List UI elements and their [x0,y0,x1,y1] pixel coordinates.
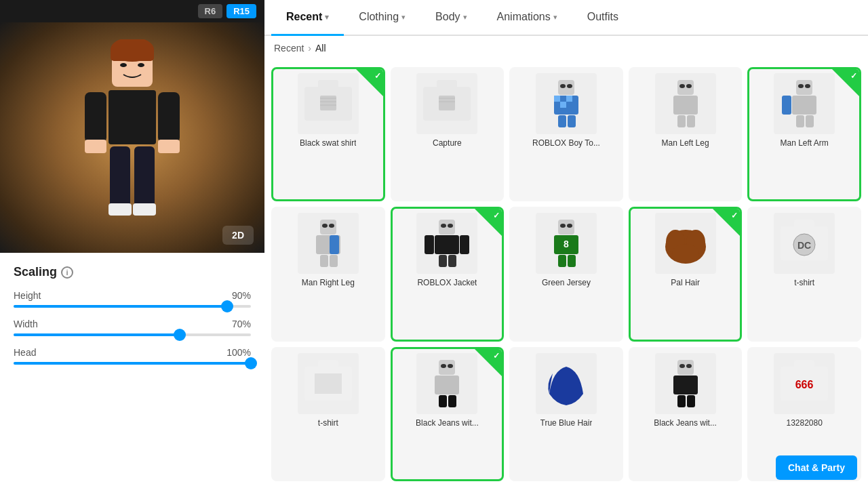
list-item[interactable]: True Blue Hair [509,347,623,481]
svg-rect-21 [437,80,457,94]
list-item[interactable]: 8 Green Jersey [509,207,623,341]
list-item[interactable]: DC t-shirt [747,207,861,341]
svg-rect-63 [439,255,447,267]
item-thumbnail [774,73,835,134]
list-item[interactable]: ✓ Black Jeans wit... [391,347,505,481]
height-label: Height [14,290,41,301]
item-label: Man Left Arm [781,138,829,149]
version-selector: R6 R15 [0,0,264,22]
svg-point-85 [448,364,453,368]
breadcrumb-all[interactable]: All [315,43,326,54]
tab-animations[interactable]: Animations ▾ [482,0,572,36]
head-value: 100% [226,347,251,358]
tab-outfits[interactable]: Outfits [572,0,633,36]
svg-rect-82 [315,373,342,394]
svg-rect-25 [558,80,574,95]
item-label: t-shirt [794,278,814,289]
svg-point-84 [441,364,446,368]
svg-rect-65 [558,220,574,235]
right-panel: Recent ▾ Clothing ▾ Body ▾ Animations ▾ … [264,0,868,488]
clothing-caret: ▾ [401,13,406,22]
svg-rect-64 [448,255,456,267]
svg-rect-71 [568,255,576,267]
item-label: Black Jeans wit... [416,418,479,429]
height-value: 90% [232,290,251,301]
svg-point-59 [448,224,453,228]
width-thumb[interactable] [174,329,186,341]
head-thumb[interactable] [245,357,257,369]
svg-point-52 [329,224,334,228]
svg-rect-29 [554,96,560,102]
item-thumbnail [298,73,359,134]
height-track[interactable] [14,305,251,308]
info-icon[interactable]: i [61,266,73,279]
svg-point-45 [805,84,810,88]
svg-rect-94 [687,395,695,407]
tab-recent[interactable]: Recent ▾ [271,0,344,36]
r6-button[interactable]: R6 [198,4,223,18]
item-label: Black Jeans wit... [654,418,717,429]
list-item[interactable]: Man Left Leg [629,67,743,201]
svg-text:666: 666 [795,379,814,390]
svg-rect-30 [560,96,566,102]
head-label: Head [14,347,36,358]
list-item[interactable]: Black Jeans wit... [629,347,743,481]
width-value: 70% [232,319,251,329]
svg-rect-15 [318,80,338,94]
chat-party-button[interactable]: Chat & Party [776,455,857,480]
svg-point-90 [679,364,685,368]
list-item[interactable]: Man Right Leg [271,207,385,341]
svg-point-66 [560,224,566,228]
item-thumbnail [655,73,716,134]
items-grid: ✓ Black swat shirt [264,60,868,488]
svg-rect-41 [677,115,686,127]
svg-point-67 [567,224,572,228]
item-thumbnail [298,213,359,274]
avatar-figure [75,39,190,236]
svg-rect-5 [108,90,156,144]
svg-rect-92 [673,375,698,394]
list-item[interactable]: ✓ ROBLOX Jacket [391,207,505,341]
svg-rect-9 [158,140,180,153]
tab-body[interactable]: Body ▾ [420,0,481,36]
svg-rect-11 [134,146,155,207]
tab-clothing[interactable]: Clothing ▾ [344,0,420,36]
svg-point-75 [672,244,699,263]
height-thumb[interactable] [221,300,233,312]
item-thumbnail: 8 [536,213,597,274]
body-caret: ▾ [463,13,467,22]
2d-toggle-button[interactable]: 2D [222,226,254,245]
r15-button[interactable]: R15 [226,4,256,18]
svg-rect-77 [794,220,814,232]
svg-rect-42 [687,115,695,127]
item-thumbnail [655,353,716,414]
svg-rect-7 [85,140,106,153]
item-label: Pal Hair [671,278,700,289]
list-item[interactable]: ✓ Pal Hair [629,207,743,341]
item-label: Capture [433,138,462,149]
list-item[interactable]: Capture [391,67,505,201]
list-item[interactable]: ROBLOX Boy To... [509,67,623,201]
list-item[interactable]: ✓ Man Left Arm [747,67,861,201]
item-thumbnail [655,213,716,274]
width-slider-row: Width 70% [14,319,251,336]
width-track[interactable] [14,333,251,336]
list-item[interactable]: ✓ Black swat shirt [271,67,385,201]
head-slider-row: Head 100% [14,347,251,365]
list-item[interactable]: t-shirt [271,347,385,481]
svg-rect-12 [108,203,132,216]
breadcrumb-recent[interactable]: Recent [274,43,304,54]
svg-rect-57 [439,220,455,235]
item-label: ROBLOX Boy To... [532,138,600,149]
svg-rect-33 [560,102,566,108]
tab-recent-label: Recent [286,11,322,23]
item-thumbnail [416,213,477,274]
svg-rect-89 [677,360,694,375]
svg-point-39 [686,84,692,88]
head-track[interactable] [14,362,251,365]
item-label: Black swat shirt [300,138,356,149]
svg-rect-36 [568,115,576,127]
svg-point-38 [679,84,685,88]
item-label: Green Jersey [542,278,591,289]
scaling-title: Scaling i [14,265,251,279]
